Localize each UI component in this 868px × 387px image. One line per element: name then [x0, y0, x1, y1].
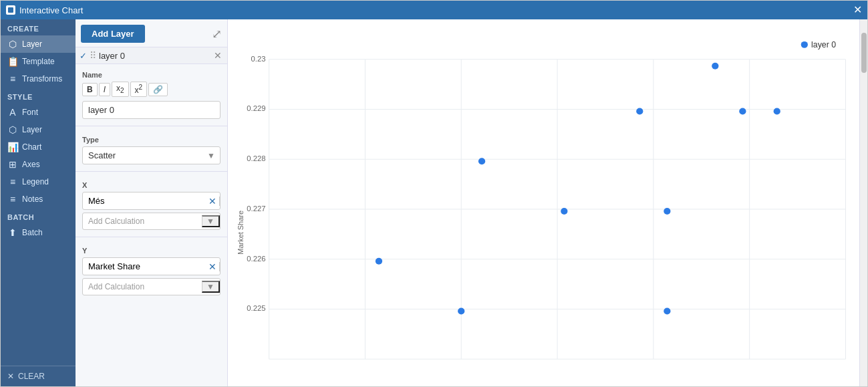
svg-point-26: [739, 108, 746, 115]
divider-2: [76, 171, 227, 172]
style-layer-icon: ⬡: [7, 124, 18, 135]
layer-header: ✓ ⠿ layer 0 ✕: [76, 47, 227, 64]
x-add-calc-dropdown[interactable]: ▼: [202, 215, 220, 227]
axes-icon: ⊞: [7, 159, 18, 170]
y-add-calc-text: Add Calculation: [83, 279, 202, 295]
svg-text:0.226: 0.226: [247, 255, 265, 263]
x-dropdown-button[interactable]: ▼: [219, 197, 221, 206]
chart-svg: 0.23 0.229 0.228 0.227 0.226 0.225 Marke…: [228, 19, 859, 386]
type-select-wrapper: Scatter Line Bar ▼: [82, 146, 221, 164]
chart-area: 0.23 0.229 0.228 0.227 0.226 0.225 Marke…: [228, 19, 859, 386]
svg-point-24: [712, 63, 718, 70]
sidebar-item-template[interactable]: 📋 Template: [1, 53, 76, 70]
add-layer-button[interactable]: Add Layer: [81, 25, 145, 43]
y-label: Y: [82, 247, 221, 255]
svg-point-31: [376, 258, 382, 265]
x-clear-button[interactable]: ✕: [206, 196, 219, 207]
name-section: Name B I x2 x2 🔗: [76, 64, 227, 123]
y-field: ✕ ▼: [82, 257, 221, 275]
sidebar-batch-label: BATCH: [1, 208, 76, 224]
y-add-calc-wrapper: Add Calculation ▼: [82, 278, 221, 295]
sidebar-item-label-transforms: Transforms: [22, 74, 62, 84]
layer-name-input[interactable]: [82, 101, 221, 119]
type-select[interactable]: Scatter Line Bar: [82, 146, 221, 164]
main-area: CREATE ⬡ Layer 📋 Template ≡ Transforms S…: [1, 19, 867, 386]
layer-close-button[interactable]: ✕: [214, 50, 222, 61]
template-icon: 📋: [7, 56, 18, 67]
type-section: Type Scatter Line Bar ▼: [76, 129, 227, 168]
subscript-button[interactable]: x2: [112, 82, 129, 96]
layer-icon: ⬡: [7, 39, 18, 49]
sidebar-item-label-notes: Notes: [22, 195, 43, 204]
app-icon: [6, 5, 15, 15]
y-section: Y ✕ ▼ Add Calculation ▼: [76, 240, 227, 299]
clear-button[interactable]: ✕ CLEAR: [1, 366, 76, 386]
italic-button[interactable]: I: [99, 83, 110, 96]
svg-point-32: [458, 307, 464, 314]
window-title: Interactive Chart: [19, 5, 83, 15]
sidebar-item-label-batch: Batch: [22, 228, 43, 237]
sidebar-item-legend[interactable]: ≡ Legend: [1, 173, 76, 190]
chart-icon: 📊: [7, 142, 18, 152]
divider-3: [76, 237, 227, 237]
x-section: X ✕ ▼ Add Calculation ▼: [76, 174, 227, 234]
svg-rect-0: [8, 7, 13, 13]
svg-point-29: [561, 208, 567, 215]
bold-button[interactable]: B: [82, 83, 98, 96]
layer-panel: Add Layer ⤢ ✓ ⠿ layer 0 ✕ Name B I x2: [76, 19, 228, 386]
sidebar: CREATE ⬡ Layer 📋 Template ≡ Transforms S…: [1, 19, 76, 386]
svg-text:0.225: 0.225: [247, 305, 265, 313]
sidebar-item-layer[interactable]: ⬡ Layer: [1, 35, 76, 53]
svg-point-28: [478, 158, 485, 164]
sidebar-item-label-font: Font: [22, 108, 38, 117]
titlebar: Interactive Chart ✕: [1, 1, 867, 19]
sidebar-item-label-legend: Legend: [22, 177, 49, 186]
x-add-calc-text: Add Calculation: [83, 213, 202, 229]
x-add-calc-wrapper: Add Calculation ▼: [82, 213, 221, 230]
superscript-button[interactable]: x2: [130, 82, 148, 97]
y-dropdown-button[interactable]: ▼: [219, 262, 221, 271]
svg-text:0.227: 0.227: [247, 205, 265, 213]
sidebar-item-label-axes: Axes: [22, 160, 40, 169]
type-label: Type: [82, 136, 221, 144]
format-toolbar: B I x2 x2 🔗: [82, 82, 221, 97]
svg-text:0.229: 0.229: [247, 105, 265, 113]
link-button[interactable]: 🔗: [148, 83, 168, 96]
layer-header-left: ✓ ⠿ layer 0: [80, 50, 125, 61]
layer-visible-icon[interactable]: ✓: [80, 51, 87, 61]
expand-panel-icon[interactable]: ⤢: [212, 27, 222, 41]
svg-point-33: [664, 307, 670, 314]
sidebar-item-notes[interactable]: ≡ Notes: [1, 190, 76, 208]
sidebar-item-style-layer[interactable]: ⬡ Layer: [1, 121, 76, 138]
divider-1: [76, 126, 227, 126]
window-close-button[interactable]: ✕: [853, 5, 862, 15]
transforms-icon: ≡: [7, 74, 18, 84]
sidebar-item-axes[interactable]: ⊞ Axes: [1, 156, 76, 173]
sidebar-item-chart[interactable]: 📊 Chart: [1, 138, 76, 156]
drag-handle-icon[interactable]: ⠿: [90, 50, 96, 61]
y-clear-button[interactable]: ✕: [206, 261, 219, 272]
legend-icon: ≡: [7, 176, 18, 187]
sidebar-item-label-chart: Chart: [22, 142, 41, 152]
y-add-calc-dropdown[interactable]: ▼: [202, 281, 220, 293]
svg-text:0.23: 0.23: [251, 55, 266, 63]
sidebar-item-batch[interactable]: ⬆ Batch: [1, 224, 76, 241]
x-field: ✕ ▼: [82, 192, 221, 210]
sidebar-item-label-template: Template: [22, 57, 55, 66]
font-icon: A: [7, 107, 18, 118]
sidebar-item-font[interactable]: A Font: [1, 104, 76, 121]
sidebar-item-label-style-layer: Layer: [22, 125, 42, 134]
sidebar-item-transforms[interactable]: ≡ Transforms: [1, 70, 76, 88]
app-window: Interactive Chart ✕ CREATE ⬡ Layer 📋 Tem…: [0, 0, 868, 387]
svg-text:layer 0: layer 0: [811, 40, 836, 49]
svg-point-22: [801, 41, 808, 48]
sidebar-item-label-layer: Layer: [22, 39, 42, 49]
x-field-input[interactable]: [83, 192, 206, 209]
scrollbar-thumb[interactable]: [861, 33, 867, 73]
y-field-input[interactable]: [83, 258, 206, 275]
sidebar-style-label: STYLE: [1, 88, 76, 104]
x-label: X: [82, 181, 221, 189]
svg-point-25: [636, 108, 643, 115]
scrollbar[interactable]: [859, 19, 867, 386]
svg-text:Market Share: Market Share: [236, 211, 244, 255]
